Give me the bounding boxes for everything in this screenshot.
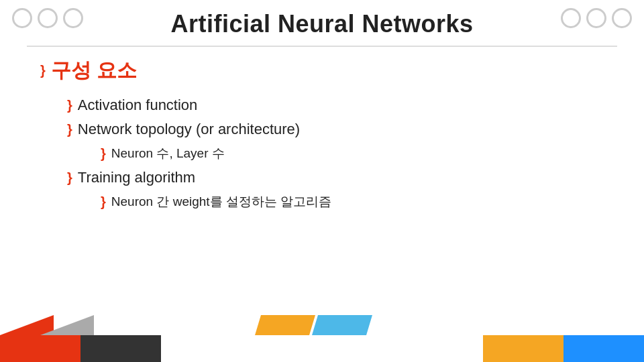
level2-training: } Training algorithm bbox=[67, 169, 604, 186]
footer-blue bbox=[564, 335, 644, 362]
level3-text-2: Neuron 간 weight를 설정하는 알고리즘 bbox=[111, 193, 331, 210]
slide: Artificial Neural Networks } 구성 요소 } Act… bbox=[0, 0, 644, 362]
level1-text: 구성 요소 bbox=[51, 57, 137, 84]
bottom-left-decoration bbox=[0, 315, 107, 335]
title-divider bbox=[27, 46, 617, 47]
footer-dark bbox=[80, 335, 161, 362]
footer-red bbox=[0, 335, 80, 362]
level3-marker-2: } bbox=[101, 194, 106, 210]
level2-text-2: Network topology (or architecture) bbox=[78, 121, 300, 138]
level3-weight: } Neuron 간 weight를 설정하는 알고리즘 bbox=[101, 193, 604, 210]
level2-activation: } Activation function bbox=[67, 97, 604, 114]
level2-marker-1: } bbox=[67, 98, 72, 113]
level2-text-1: Activation function bbox=[78, 97, 198, 114]
level3-text-1: Neuron 수, Layer 수 bbox=[111, 145, 225, 162]
level1-heading: } 구성 요소 bbox=[40, 57, 604, 84]
bottom-center-decoration bbox=[255, 315, 372, 335]
level2-marker-2: } bbox=[67, 122, 72, 137]
footer-bar bbox=[0, 335, 644, 362]
level3-marker-1: } bbox=[101, 146, 106, 162]
deco-blue bbox=[312, 315, 372, 335]
level3-neuron-layer: } Neuron 수, Layer 수 bbox=[101, 145, 604, 162]
footer-orange bbox=[483, 335, 564, 362]
deco-orange bbox=[255, 315, 315, 335]
level2-marker-3: } bbox=[67, 170, 72, 186]
level1-marker: } bbox=[40, 63, 46, 78]
content-area: } 구성 요소 } Activation function } Network … bbox=[40, 57, 604, 322]
slide-title: Artificial Neural Networks bbox=[0, 10, 644, 38]
level2-topology: } Network topology (or architecture) bbox=[67, 121, 604, 138]
footer-white bbox=[161, 335, 483, 362]
level2-text-3: Training algorithm bbox=[78, 169, 195, 186]
triangle-gray bbox=[40, 315, 94, 335]
